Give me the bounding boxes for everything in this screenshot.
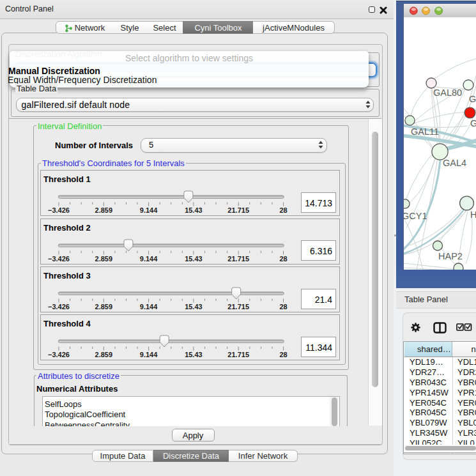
svg-text:15.43: 15.43 — [185, 351, 203, 358]
svg-text:9.144: 9.144 — [140, 303, 158, 311]
svg-text:2.859: 2.859 — [95, 206, 113, 214]
svg-text:15.43: 15.43 — [185, 303, 203, 311]
svg-text:21.715: 21.715 — [227, 303, 249, 311]
svg-text:G…: G… — [469, 94, 476, 104]
svg-text:GAL11: GAL11 — [411, 127, 439, 137]
svg-text:15.43: 15.43 — [185, 255, 203, 263]
svg-text:9.144: 9.144 — [140, 206, 158, 214]
svg-text:2.859: 2.859 — [95, 255, 113, 263]
svg-text:H: H — [470, 210, 476, 220]
svg-text:2.859: 2.859 — [95, 351, 113, 358]
svg-text:−3.426: −3.426 — [48, 303, 70, 311]
svg-text:G: G — [470, 118, 476, 128]
svg-text:28: 28 — [279, 206, 287, 214]
svg-text:−3.426: −3.426 — [48, 255, 70, 263]
svg-text:9.144: 9.144 — [140, 255, 158, 263]
svg-text:GAL80: GAL80 — [433, 88, 462, 98]
svg-text:GCY1: GCY1 — [404, 211, 427, 221]
svg-text:HAP2: HAP2 — [438, 251, 463, 261]
svg-text:15.43: 15.43 — [185, 206, 203, 214]
svg-text:21.715: 21.715 — [227, 206, 249, 214]
svg-text:GAL4: GAL4 — [443, 158, 466, 168]
svg-text:−3.426: −3.426 — [48, 351, 70, 358]
svg-text:28: 28 — [279, 351, 287, 358]
svg-text:9.144: 9.144 — [140, 351, 158, 358]
svg-text:2.859: 2.859 — [95, 303, 113, 311]
svg-text:21.715: 21.715 — [227, 255, 249, 263]
svg-text:−3.426: −3.426 — [48, 206, 70, 214]
svg-text:28: 28 — [279, 303, 287, 311]
svg-text:28: 28 — [279, 255, 287, 263]
svg-text:21.715: 21.715 — [227, 351, 249, 358]
